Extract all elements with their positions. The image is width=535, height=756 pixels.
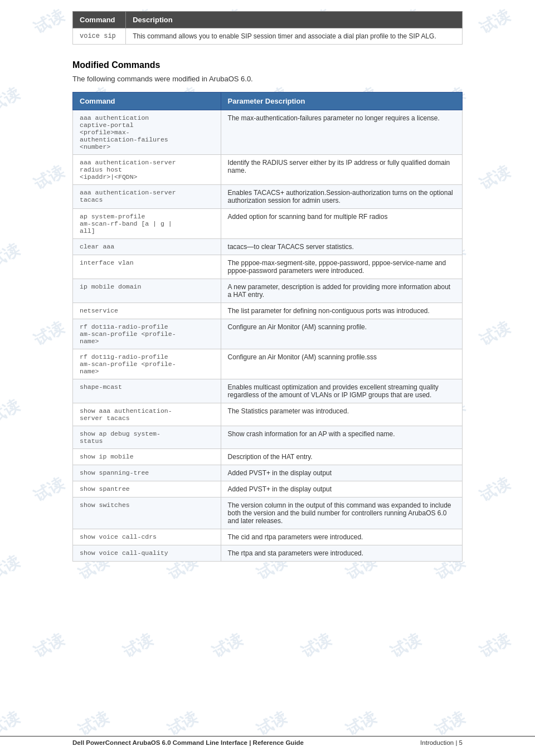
main-commands-table: Command Parameter Description aaa authen… — [72, 92, 463, 562]
table-row: netserviceThe list parameter for definin… — [73, 303, 463, 319]
main-table-header-description: Parameter Description — [221, 92, 462, 110]
table-row: show ip mobileDescription of the HAT ent… — [73, 449, 463, 465]
table-row: show spantreeAdded PVST+ in the display … — [73, 481, 463, 498]
command-cell: shape-mcast — [73, 379, 221, 403]
description-cell: Configure an Air Monitor (AM) scanning p… — [221, 319, 462, 349]
table-row: show voice call-cdrsThe cid and rtpa par… — [73, 529, 463, 545]
command-cell: netservice — [73, 303, 221, 319]
top-table: Command Description voice sip This comma… — [72, 11, 463, 45]
main-table-header-command: Command — [73, 92, 221, 110]
watermark: 试读 — [30, 629, 67, 663]
command-cell: show spantree — [73, 481, 221, 498]
watermark: 试读 — [119, 629, 157, 663]
command-cell: rf dot11g-radio-profile am-scan-profile … — [73, 349, 221, 379]
description-cell: Added PVST+ in the display output — [221, 481, 462, 498]
description-cell: The cid and rtpa parameters were introdu… — [221, 529, 462, 545]
command-cell: aaa authentication captive-portal <profi… — [73, 110, 221, 155]
footer-title: Dell PowerConnect ArubaOS 6.0 Command Li… — [72, 739, 247, 746]
table-row: show aaa authentication- server tacacsTh… — [73, 403, 463, 426]
table-row: shape-mcastEnables multicast optimizatio… — [73, 379, 463, 403]
table-row: aaa authentication captive-portal <profi… — [73, 110, 463, 155]
table-row: rf dot11g-radio-profile am-scan-profile … — [73, 349, 463, 379]
command-cell: interface vlan — [73, 255, 221, 279]
description-cell: Identify the RADIUS server either by its… — [221, 155, 462, 185]
description-cell: The Statistics parameter was introduced. — [221, 403, 462, 426]
command-cell: show voice call-cdrs — [73, 529, 221, 545]
footer-center: Reference Guide — [253, 739, 304, 746]
table-row: ap system-profile am-scan-rf-band [a | g… — [73, 209, 463, 239]
watermark: 试读 — [387, 629, 424, 663]
table-row: aaa authentication-server radius host <i… — [73, 155, 463, 185]
page-wrapper: 试读 试读 试读 试读 试读 试读 试读 试读 试读 试读 试读 试读 试读 试… — [0, 0, 535, 756]
command-cell: show aaa authentication- server tacacs — [73, 403, 221, 426]
description-cell: Enables TACACS+ authorization.Session-au… — [221, 185, 462, 209]
table-row: show voice call-qualityThe rtpa and sta … — [73, 545, 463, 562]
command-cell: rf dot11a-radio-profile am-scan-profile … — [73, 319, 221, 349]
top-table-header-command: Command — [73, 12, 126, 28]
description-cell: Added PVST+ in the display output — [221, 465, 462, 481]
watermark: 试读 — [298, 629, 335, 663]
content-area: Command Description voice sip This comma… — [0, 0, 535, 595]
command-cell: show switches — [73, 498, 221, 529]
table-row: interface vlanThe pppoe-max-segment-site… — [73, 255, 463, 279]
footer-page-number: 5 — [459, 739, 463, 746]
command-cell: aaa authentication-server radius host <i… — [73, 155, 221, 185]
command-cell: aaa authentication-server tacacs — [73, 185, 221, 209]
description-cell: tacacs—to clear TACACS server statistics… — [221, 239, 462, 255]
description-cell: Added option for scanning band for multi… — [221, 209, 462, 239]
watermark: 试读 — [208, 629, 246, 663]
description-cell: Enables multicast optimization and provi… — [221, 379, 462, 403]
top-table-header-description: Description — [126, 12, 463, 28]
description-cell: The rtpa and sta parameters were introdu… — [221, 545, 462, 562]
command-cell: show ap debug system- status — [73, 426, 221, 449]
description-cell: A new parameter, description is added fo… — [221, 279, 462, 303]
command-cell: show voice call-quality — [73, 545, 221, 562]
top-table-command-cell: voice sip — [73, 28, 126, 45]
description-cell: The pppoe-max-segment-site, pppoe-passwo… — [221, 255, 462, 279]
section-intro: The following commands were modified in … — [72, 75, 463, 83]
table-row: show spanning-treeAdded PVST+ in the dis… — [73, 465, 463, 481]
description-cell: The version column in the output of this… — [221, 498, 462, 529]
top-table-description-cell: This command allows you to enable SIP se… — [126, 28, 463, 45]
description-cell: Description of the HAT entry. — [221, 449, 462, 465]
table-row: rf dot11a-radio-profile am-scan-profile … — [73, 319, 463, 349]
table-row: aaa authentication-server tacacsEnables … — [73, 185, 463, 209]
description-cell: Show crash information for an AP with a … — [221, 426, 462, 449]
table-row: show switchesThe version column in the o… — [73, 498, 463, 529]
watermark: 试读 — [476, 629, 513, 663]
footer-right: Introduction | 5 — [420, 739, 463, 746]
command-cell: show ip mobile — [73, 449, 221, 465]
footer-right-label: Introduction — [420, 739, 454, 746]
footer-left: Dell PowerConnect ArubaOS 6.0 Command Li… — [72, 739, 304, 746]
command-cell: ip mobile domain — [73, 279, 221, 303]
table-row: voice sip This command allows you to ena… — [73, 28, 463, 45]
table-row: ip mobile domainA new parameter, descrip… — [73, 279, 463, 303]
table-row: clear aaatacacs—to clear TACACS server s… — [73, 239, 463, 255]
page-footer: Dell PowerConnect ArubaOS 6.0 Command Li… — [0, 736, 535, 746]
section-heading: Modified Commands — [72, 60, 463, 70]
description-cell: Configure an Air Monitor (AM) scanning p… — [221, 349, 462, 379]
command-cell: show spanning-tree — [73, 465, 221, 481]
description-cell: The max-authentication-failures paramete… — [221, 110, 462, 155]
command-cell: clear aaa — [73, 239, 221, 255]
command-cell: ap system-profile am-scan-rf-band [a | g… — [73, 209, 221, 239]
description-cell: The list parameter for defining non-cont… — [221, 303, 462, 319]
table-row: show ap debug system- statusShow crash i… — [73, 426, 463, 449]
